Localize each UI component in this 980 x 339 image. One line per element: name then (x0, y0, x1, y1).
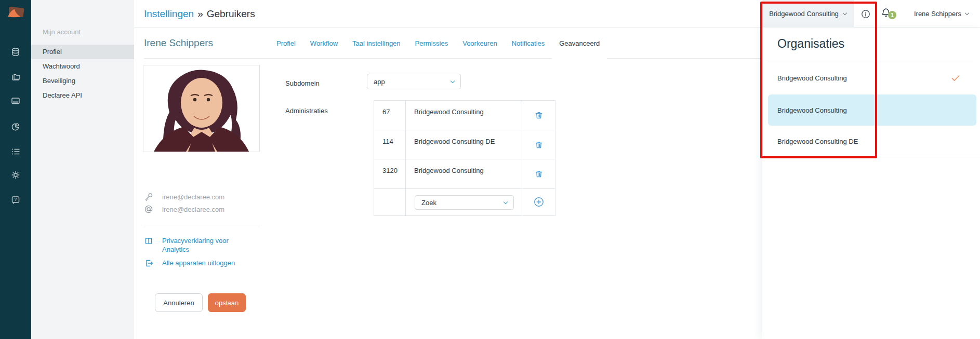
breadcrumb-parent-link[interactable]: Instellingen (144, 8, 194, 20)
delete-button[interactable] (532, 109, 546, 122)
page-title: Irene Schippers (144, 28, 213, 58)
administrations-table: 67 Bridgewood Consulting 114 Bridgewood … (374, 100, 555, 216)
topbar: Bridgewood Consulting 1 Irene Schippers (762, 0, 980, 28)
tab-notificaties[interactable]: Notificaties (505, 28, 552, 59)
tab-profiel[interactable]: Profiel (269, 28, 303, 59)
administration-id: 3120 (374, 159, 406, 189)
sidebar-section-label: Mijn account (43, 28, 81, 36)
tab-geavanceerd[interactable]: Geavanceerd (552, 28, 607, 59)
org-option-label: Bridgewood Consulting (777, 74, 847, 82)
org-option-label: Bridgewood Consulting DE (777, 138, 858, 145)
org-switcher-button[interactable]: Bridgewood Consulting (762, 0, 854, 28)
tab-workflow[interactable]: Workflow (303, 28, 345, 59)
trash-icon (534, 110, 544, 120)
administration-name: Bridgewood Consulting DE (406, 130, 522, 159)
org-switcher-label: Bridgewood Consulting (769, 10, 839, 18)
info-icon (861, 9, 870, 19)
chevron-down-icon (965, 11, 969, 15)
cancel-button[interactable]: Annuleren (155, 293, 203, 312)
trash-icon (534, 140, 544, 150)
delete-button[interactable] (532, 167, 546, 181)
login-email: irene@declaree.com (162, 193, 224, 201)
notifications-button[interactable]: 1 (877, 0, 904, 28)
subdomain-label: Subdomein (285, 79, 320, 87)
breadcrumb-current: Gebruikers (207, 8, 255, 20)
avatar (143, 65, 260, 152)
key-icon (144, 192, 153, 201)
card-icon[interactable] (10, 96, 21, 106)
table-row: 3120 Bridgewood Consulting (374, 159, 555, 189)
expenses-icon[interactable] (10, 47, 21, 57)
user-menu-label: Irene Schippers (914, 10, 961, 18)
at-icon (144, 205, 153, 214)
plus-circle-icon (533, 196, 545, 208)
administration-search-placeholder: Zoek (421, 199, 436, 207)
login-email-row: irene@declaree.com (144, 192, 224, 201)
privacy-link-row[interactable]: Privacyverklaring voor Analytics (144, 236, 240, 254)
administration-search-select[interactable]: Zoek (415, 195, 514, 210)
analytics-icon[interactable] (10, 121, 21, 132)
empty-cell (374, 189, 406, 216)
settings-icon[interactable] (10, 170, 21, 180)
svg-text:?: ? (14, 197, 17, 202)
save-button[interactable]: opslaan (208, 293, 246, 312)
info-button[interactable] (854, 0, 877, 28)
administration-name: Bridgewood Consulting (406, 159, 522, 189)
subdomain-select[interactable]: app (367, 74, 461, 89)
table-row: 114 Bridgewood Consulting DE (374, 130, 555, 159)
org-option[interactable]: Bridgewood Consulting (762, 62, 980, 94)
administrations-label: Administraties (285, 107, 328, 115)
notification-badge: 1 (888, 11, 896, 19)
org-option[interactable]: Bridgewood Consulting DE (762, 126, 980, 157)
panel-divider (762, 157, 980, 157)
sidebar-item-beveiliging[interactable]: Beveiliging (31, 74, 134, 88)
tab-bar: Profiel Workflow Taal instellingen Permi… (269, 28, 607, 59)
user-menu-button[interactable]: Irene Schippers (904, 0, 980, 28)
tab-voorkeuren[interactable]: Voorkeuren (455, 28, 505, 59)
table-row: Zoek (374, 189, 555, 216)
delete-button[interactable] (532, 138, 546, 152)
sidebar-item-profiel[interactable]: Profiel (31, 45, 134, 59)
org-option-highlighted[interactable]: Bridgewood Consulting (768, 94, 976, 126)
org-option-label: Bridgewood Consulting (777, 106, 847, 114)
privacy-link[interactable]: Privacyverklaring voor Analytics (162, 236, 240, 254)
sidebar-item-declaree-api[interactable]: Declaree API (31, 88, 134, 103)
book-icon (144, 236, 153, 254)
profile-divider (144, 225, 260, 225)
add-administration-button[interactable] (532, 195, 546, 209)
chevron-down-icon (843, 11, 847, 15)
breadcrumb: Instellingen » Gebruikers (144, 0, 255, 28)
sidebar-item-wachtwoord[interactable]: Wachtwoord (31, 59, 134, 74)
logout-icon (144, 259, 153, 269)
tab-permissies[interactable]: Permissies (408, 28, 456, 59)
chevron-down-icon (451, 78, 455, 83)
page-header: Instellingen » Gebruikers Bridgewood Con… (134, 0, 980, 28)
account-sidebar: Mijn account Profiel Wachtwoord Beveilig… (31, 0, 134, 339)
declaree-logo (4, 3, 28, 21)
check-icon (951, 74, 960, 83)
app-window: ? Mijn account Profiel Wachtwoord Beveil… (0, 0, 980, 339)
help-icon[interactable]: ? (10, 195, 21, 205)
organisations-panel: Organisaties Bridgewood Consulting Bridg… (762, 28, 980, 339)
organisations-title: Organisaties (777, 37, 844, 51)
trash-icon (534, 169, 544, 179)
tab-taal-instellingen[interactable]: Taal instellingen (345, 28, 408, 59)
folders-icon[interactable] (10, 72, 21, 82)
contact-email-row: irene@declaree.com (144, 205, 224, 214)
chevron-down-icon (504, 199, 508, 204)
administration-name: Bridgewood Consulting (406, 101, 522, 130)
breadcrumb-separator: » (197, 8, 203, 20)
table-row: 67 Bridgewood Consulting (374, 101, 555, 130)
administration-id: 114 (374, 130, 406, 159)
logout-link-row[interactable]: Alle apparaten uitloggen (144, 259, 240, 269)
administration-id: 67 (374, 101, 406, 130)
list-icon[interactable] (10, 146, 21, 157)
contact-email: irene@declaree.com (162, 206, 224, 213)
icon-rail: ? (0, 0, 31, 339)
logout-link[interactable]: Alle apparaten uitloggen (162, 259, 240, 269)
subdomain-value: app (374, 78, 385, 86)
